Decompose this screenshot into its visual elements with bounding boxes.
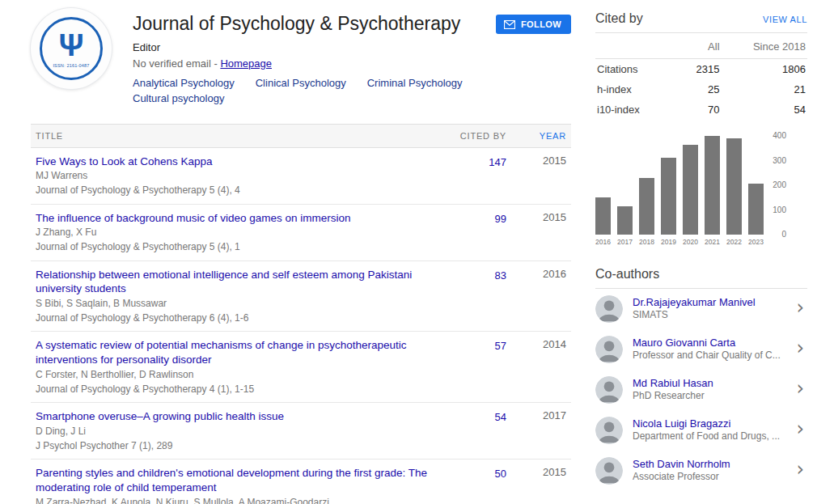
scholar-profile-page: Ψ ISSN: 2161-0487 Journal of Psychology … <box>0 0 817 504</box>
stats-row: h-index2521 <box>595 79 807 100</box>
view-all-link[interactable]: VIEW ALL <box>763 15 807 24</box>
chart-bar-2016[interactable] <box>595 197 611 235</box>
article-title-link[interactable]: Parenting styles and children's emotiona… <box>36 466 448 495</box>
coauthor-avatar <box>595 295 623 323</box>
psi-symbol-icon: Ψ <box>59 30 84 61</box>
articles-table: TITLE CITED BY YEAR Five Ways to Look at… <box>31 124 571 504</box>
coauthor-item[interactable]: Dr.Rajajeyakumar ManivelSIMATS› <box>595 289 807 329</box>
column-header-cited-by[interactable]: CITED BY <box>453 124 511 147</box>
stat-value-since: 1806 <box>722 59 807 80</box>
coauthors-title: Co-authors <box>595 267 807 289</box>
coauthor-affiliation: Professor and Chair Quality of C... <box>633 349 786 362</box>
cited-by-title: Cited by <box>595 11 643 26</box>
interest-link[interactable]: Clinical Psychology <box>256 77 346 89</box>
interest-link[interactable]: Analytical Psychology <box>133 77 235 89</box>
chart-bar-2021[interactable] <box>705 136 720 235</box>
chevron-right-icon[interactable]: › <box>796 298 807 320</box>
profile-info: Journal of Psychology & Psychotherapy FO… <box>133 8 571 104</box>
coauthor-item[interactable]: Nicola Luigi BragazziDepartment of Food … <box>595 410 807 451</box>
article-venue: Journal of Psychology & Psychotherapy 6 … <box>36 312 448 325</box>
chart-year-label: 2020 <box>683 238 698 246</box>
journal-logo-avatar: Ψ ISSN: 2161-0487 <box>31 8 112 89</box>
coauthors-list: Dr.Rajajeyakumar ManivelSIMATS›Mauro Gio… <box>595 289 807 491</box>
article-row: Relationship between emotional intellige… <box>31 260 571 332</box>
coauthor-avatar <box>595 376 623 404</box>
article-cited-by-link[interactable]: 50 <box>495 468 506 480</box>
interest-link[interactable]: Cultural psychology <box>133 92 224 104</box>
journal-logo-ring: Ψ ISSN: 2161-0487 <box>40 17 103 80</box>
main-column: Ψ ISSN: 2161-0487 Journal of Psychology … <box>31 8 571 504</box>
article-venue: Journal of Psychology & Psychotherapy 5 … <box>36 184 448 197</box>
stat-value-all: 25 <box>680 79 722 100</box>
chevron-right-icon[interactable]: › <box>796 419 807 442</box>
article-cited-by-link[interactable]: 57 <box>495 340 506 352</box>
stat-value-since: 54 <box>722 100 807 120</box>
chart-bar-2023[interactable] <box>748 184 764 235</box>
article-year: 2015 <box>511 204 571 260</box>
article-venue: J Psychol Psychother 7 (1), 289 <box>36 440 448 453</box>
chart-bar-2017[interactable] <box>617 206 633 235</box>
email-status: No verified email - Homepage <box>133 57 571 70</box>
coauthor-item[interactable]: Mauro Giovanni CartaProfessor and Chair … <box>595 329 807 370</box>
coauthor-name-link[interactable]: Dr.Rajajeyakumar Manivel <box>633 296 786 309</box>
envelope-icon <box>504 20 515 29</box>
article-title-link[interactable]: The influence of background music of vid… <box>36 211 448 226</box>
coauthors-section: Co-authors Dr.Rajajeyakumar ManivelSIMAT… <box>595 267 807 491</box>
coauthor-name-link[interactable]: Mauro Giovanni Carta <box>633 337 786 349</box>
article-venue: Journal of Psychology & Psychotherapy 5 … <box>36 241 448 254</box>
follow-button[interactable]: FOLLOW <box>496 15 571 34</box>
article-cited-by-link[interactable]: 99 <box>495 213 506 225</box>
article-row: Five Ways to Look at Cohens KappaMJ Warr… <box>31 147 571 204</box>
chart-bar-2018[interactable] <box>639 178 654 235</box>
chart-bar-2020[interactable] <box>683 145 698 235</box>
article-title-link[interactable]: Smartphone overuse–A growing public heal… <box>36 409 448 424</box>
article-title-link[interactable]: Five Ways to Look at Cohens Kappa <box>36 155 448 169</box>
chart-year-label: 2023 <box>748 238 764 246</box>
article-authors: MJ Warrens <box>36 170 448 183</box>
chart-bar-2022[interactable] <box>726 138 742 235</box>
article-title-link[interactable]: A systematic review of potential mechani… <box>36 338 448 367</box>
article-row: A systematic review of potential mechani… <box>31 332 571 403</box>
article-authors: J Zhang, X Fu <box>36 227 448 239</box>
chevron-right-icon[interactable]: › <box>796 379 807 401</box>
column-header-year[interactable]: YEAR <box>511 124 571 147</box>
chart-y-tick: 300 <box>773 157 786 165</box>
chart-y-axis: 4003002001000 <box>764 136 788 235</box>
journal-issn: ISSN: 2161-0487 <box>53 63 89 68</box>
article-cited-by-link[interactable]: 83 <box>495 269 506 282</box>
coauthor-avatar <box>595 457 623 485</box>
interest-link[interactable]: Criminal Psychology <box>367 77 463 89</box>
coauthor-item[interactable]: Seth Davin NorrholmAssociate Professor› <box>595 451 807 491</box>
profile-header: Ψ ISSN: 2161-0487 Journal of Psychology … <box>31 8 571 104</box>
homepage-link[interactable]: Homepage <box>220 57 272 70</box>
article-year: 2016 <box>511 260 571 332</box>
column-header-title: TITLE <box>31 124 453 147</box>
stats-row: i10-index7054 <box>595 100 807 120</box>
citations-chart: 4003002001000 20162017201820192020202120… <box>595 136 807 246</box>
chevron-right-icon[interactable]: › <box>796 338 807 361</box>
article-authors: M Zarra-Nezhad, K Aunola, N Kiuru, S Mul… <box>36 497 448 504</box>
chart-year-label: 2018 <box>639 238 654 246</box>
coauthor-name-link[interactable]: Nicola Luigi Bragazzi <box>633 417 786 430</box>
article-cited-by-link[interactable]: 147 <box>489 156 506 168</box>
interest-tags: Analytical PsychologyClinical Psychology… <box>133 77 571 104</box>
chart-y-tick: 200 <box>773 181 786 189</box>
stat-value-since: 21 <box>722 79 807 100</box>
article-year: 2015 <box>511 460 571 504</box>
article-cited-by-link[interactable]: 54 <box>495 411 506 423</box>
article-title-link[interactable]: Relationship between emotional intellige… <box>36 268 448 297</box>
coauthor-avatar <box>595 417 623 444</box>
side-column: Cited by VIEW ALL All Since 2018 Citatio… <box>595 8 807 504</box>
profile-role: Editor <box>133 41 571 53</box>
chevron-right-icon[interactable]: › <box>796 460 807 482</box>
coauthor-name-link[interactable]: Seth Davin Norrholm <box>633 458 786 471</box>
article-authors: C Forster, N Berthollier, D Rawlinson <box>36 369 448 382</box>
chart-y-tick: 100 <box>773 206 786 214</box>
chart-year-label: 2021 <box>705 238 720 246</box>
article-authors: S Bibi, S Saqlain, B Mussawar <box>36 298 448 311</box>
coauthor-item[interactable]: Md Rabiul HasanPhD Researcher› <box>595 370 807 410</box>
stat-value-all: 70 <box>680 100 722 120</box>
chart-bar-2019[interactable] <box>661 158 676 235</box>
coauthor-name-link[interactable]: Md Rabiul Hasan <box>633 377 786 390</box>
follow-button-label: FOLLOW <box>521 19 561 29</box>
